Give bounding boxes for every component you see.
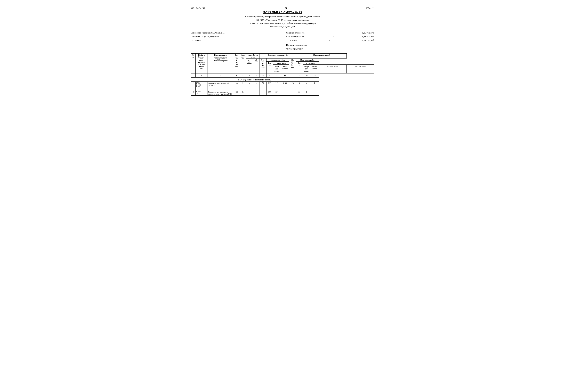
th-montage2: Монтажных работ xyxy=(296,58,319,62)
th-qty: Коди-чест-во xyxy=(240,54,246,73)
cost-row-1: в т.ч. оборудование - 0,11 тыс.руб. xyxy=(286,35,374,38)
table-row-1: I I7-04 2-0016 II-93- - 7 Манометр показ… xyxy=(191,82,374,90)
th-code: Шифр и№ позк-циипрейс-курантаУСН цен-ник… xyxy=(196,54,207,73)
row1-qty: 3 xyxy=(240,82,246,90)
subtitle-line-4: коллектора 4,0; 6,6 и 7,0 м xyxy=(191,25,374,28)
cost-row-2: монтаж - 0,24 тыс.руб. xyxy=(286,38,374,42)
th-expl-sub: в т.ч. зар-платы xyxy=(319,65,347,73)
col-num-10: IO xyxy=(273,73,281,78)
info-left: Основание: чертежи ЭК.СО;ЭК.ВМ Составлен… xyxy=(191,31,279,51)
row2-osnov2: 2I xyxy=(303,90,310,96)
row1-num: I xyxy=(191,82,196,90)
th-mass-unit: в теди-ницы xyxy=(246,58,253,73)
row1-code: I7-04 2-0016 II-93- - 7 xyxy=(196,82,207,90)
subtitle-line-1: к типовому проекту на строительство насо… xyxy=(191,15,374,18)
th-expl: экспл.машин xyxy=(281,65,289,73)
page-header: 902-I-84.84 (XI) - 151 - -19561-11 xyxy=(191,7,374,10)
col-num-4: 4 xyxy=(234,73,240,78)
th-vse: Все-го xyxy=(266,62,273,73)
subtitle: к типовому проекту на строительство насо… xyxy=(191,15,374,28)
cost-value-0: 0,35 тыс.руб. xyxy=(362,31,374,35)
row1-osnov2: 4 xyxy=(303,82,310,90)
main-title: ЛОКАЛЬНАЯ СМЕТА № 15 xyxy=(191,11,374,14)
row2-osnov: I,94 xyxy=(273,90,281,96)
info-left-0: Основание: чертежи ЭК.СО;ЭК.ВМ xyxy=(191,31,279,35)
section-title: I. Оборудование и монтажные работы xyxy=(191,78,319,82)
row2-vse: I,98 xyxy=(266,90,273,96)
row2-unit: шт xyxy=(234,90,240,96)
cost-dash-0: - xyxy=(333,31,333,35)
row1-vse: I,27 xyxy=(266,82,273,90)
header-right: -19561-11 xyxy=(365,7,374,10)
col-num-3: 3 xyxy=(207,73,234,78)
th-unit: Еди-ни-цаиз-ме-ре-ния xyxy=(234,54,240,73)
row2-num: 2 xyxy=(191,90,196,96)
row2-expl: - xyxy=(281,90,289,96)
cost-row-3: Нормативная условно- xyxy=(286,43,374,47)
header-left: 902-I-84.84 (XI) xyxy=(191,7,205,10)
th-name: Наименование ихарактеристикаоборудования… xyxy=(207,54,234,73)
th-obo2: Обо-ру-до-ва-ния xyxy=(289,58,296,73)
row1-osnov: I,2I xyxy=(273,82,281,90)
th-cost-total: Общая стоимость, руб. xyxy=(296,54,347,58)
th-expl2-sub: в т.ч. зар-платы xyxy=(347,65,374,73)
row1-mass-total: - xyxy=(253,82,260,90)
cost-label-1: в т.ч. оборудование xyxy=(286,35,304,38)
section-title-row: I. Оборудование и монтажные работы xyxy=(191,78,374,82)
th-num: №пп xyxy=(191,54,196,73)
row2-expl2: - xyxy=(310,90,319,96)
col-num-14: I4 xyxy=(303,73,310,78)
th-mass-total: об-щая xyxy=(253,58,260,73)
row1-expl: 0,04 xyxy=(281,82,289,90)
cost-row-0: Сметная стоимость - 0,35 тыс.руб. xyxy=(286,31,374,35)
info-block: Основание: чертежи ЭК.СО;ЭК.ВМ Составлен… xyxy=(191,31,374,51)
col-num-1: 1 xyxy=(191,73,196,78)
th-osnov2: основнойзар-платы xyxy=(303,65,310,73)
cost-dash-1: - xyxy=(333,35,333,38)
col-num-5: 5 xyxy=(240,73,246,78)
row2-vse2: 22 xyxy=(296,90,303,96)
cost-row-4: чистая продукция xyxy=(286,47,374,51)
col-num-15: I5 xyxy=(310,73,319,78)
th-montage: Монтажных работ xyxy=(266,58,289,62)
row1-vse2: 4 xyxy=(296,82,303,90)
col-nums-row: 1 2 3 4 5 6 7 8 9 IO II I2 I3 I4 I5 xyxy=(191,73,374,78)
row2-mass-unit: - xyxy=(246,90,253,96)
cost-value-2: 0,24 тыс.руб. xyxy=(362,38,374,42)
subtitle-line-3: На КИП и средства автоматизации при глуб… xyxy=(191,22,374,25)
info-left-3: с 1.I.1984 г. xyxy=(191,38,279,42)
cost-label-4: чистая продукция xyxy=(286,47,303,50)
col-num-11: II xyxy=(281,73,289,78)
cost-dash-2: - xyxy=(329,38,330,42)
th-mass: Масса бруттонетто xyxy=(246,54,260,58)
col-num-7: 7 xyxy=(253,73,260,78)
row2-mass-total: - xyxy=(253,90,260,96)
row2-obo2: - xyxy=(289,90,296,96)
th-include: в том числе xyxy=(273,62,289,65)
row1-obo: 7,8 xyxy=(260,82,266,90)
th-cost-unit: Стоимость единицы, руб. xyxy=(260,54,296,58)
th-vse2: Все-го xyxy=(296,62,303,73)
col-num-2: 2 xyxy=(196,73,207,78)
row1-obo2: 23 xyxy=(289,82,296,90)
th-osnov: основнойзар-платы xyxy=(273,65,281,73)
title-block: ЛОКАЛЬНАЯ СМЕТА № 15 к типовому проекту … xyxy=(191,11,374,28)
col-num-8: 8 xyxy=(260,73,266,78)
info-right: Сметная стоимость - 0,35 тыс.руб. в т.ч.… xyxy=(286,31,374,51)
row1-mass-unit: - xyxy=(246,82,253,90)
row2-code: II-630- -4 xyxy=(196,90,207,96)
col-num-13: I3 xyxy=(296,73,303,78)
col-num-12: I2 xyxy=(289,73,296,78)
row1-unit: шт xyxy=(234,82,240,90)
th-expl2: экспл.машин xyxy=(310,65,319,73)
subtitle-line-2: 400-2000 м3/ч напором 30-40 м с решеткам… xyxy=(191,18,374,22)
row2-obo: - xyxy=(260,90,266,96)
cost-label-2: монтаж xyxy=(286,38,297,42)
cost-label-0: Сметная стоимость xyxy=(286,31,304,35)
row1-name: Манометр показывающий ЭКМ-IУ xyxy=(207,82,234,90)
cost-value-1: 0,11 тыс.руб. xyxy=(362,35,374,38)
header-center: - 151 - xyxy=(283,7,289,10)
th-include2: в том числе xyxy=(303,62,319,65)
table-row-2: 2 II-630- -4 Установка датчиков реле кон… xyxy=(191,90,374,96)
cost-label-3: Нормативная условно- xyxy=(286,44,308,46)
